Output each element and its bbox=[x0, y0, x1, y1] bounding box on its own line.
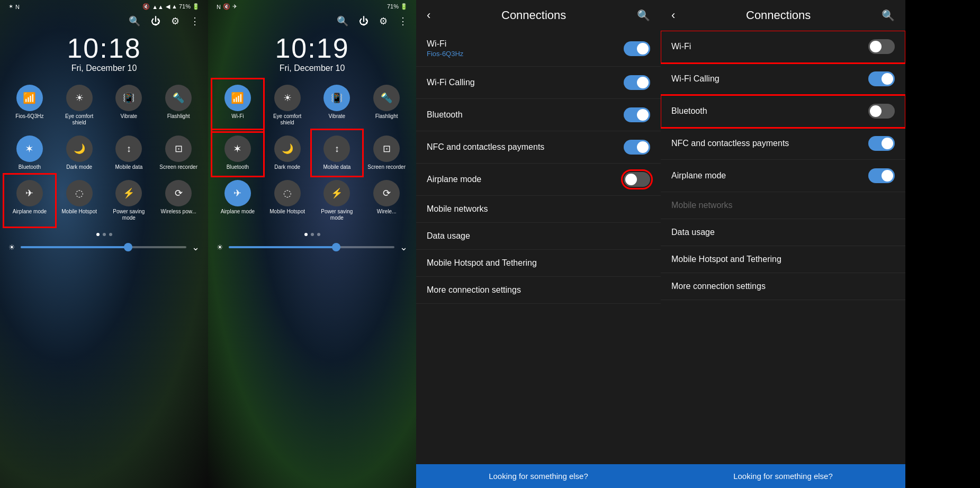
tile-bluetooth-2[interactable]: ✶ Bluetooth bbox=[213, 131, 262, 175]
bluetooth-icon-wrap-2: ✶ bbox=[224, 135, 251, 162]
bluetooth-toggle-3[interactable] bbox=[624, 107, 650, 122]
powersaving-icon-wrap: ⚡ bbox=[115, 180, 142, 206]
tile-wifi-2[interactable]: 📶 Wi-Fi bbox=[213, 80, 262, 130]
settings-item-mobilenetworks-4[interactable]: Mobile networks bbox=[661, 192, 905, 219]
airplane-toggle-3[interactable] bbox=[624, 172, 650, 187]
settings-icon-2[interactable]: ⚙ bbox=[379, 15, 388, 27]
wifi-icon-wrap: 📶 bbox=[16, 85, 43, 111]
tile-wirelesspow-2[interactable]: ⟳ Wirele... bbox=[362, 176, 411, 225]
wirelesspow-icon-wrap: ⟳ bbox=[165, 180, 192, 206]
settings-item-mobilenetworks-3[interactable]: Mobile networks bbox=[416, 196, 661, 223]
darkmode-icon-wrap: 🌙 bbox=[66, 135, 93, 162]
wirelesspow-label-2: Wirele... bbox=[377, 209, 397, 215]
bluetooth-toggle-thumb-3 bbox=[637, 109, 649, 121]
settings-item-wificalling-4[interactable]: Wi-Fi Calling bbox=[661, 63, 905, 95]
settings-item-moreconnections-4[interactable]: More connection settings bbox=[661, 273, 905, 300]
nfc-item-left: NFC and contactless payments bbox=[427, 142, 544, 152]
looking-for-bar-3[interactable]: Looking for something else? bbox=[416, 464, 661, 488]
wificalling-item-label: Wi-Fi Calling bbox=[427, 78, 475, 87]
settings-item-hotspot-4[interactable]: Mobile Hotspot and Tethering bbox=[661, 246, 905, 273]
settings-item-wificalling-3[interactable]: Wi-Fi Calling bbox=[416, 67, 661, 99]
tile-powersaving[interactable]: ⚡ Power saving mode bbox=[105, 176, 154, 225]
back-button-4[interactable]: ‹ bbox=[671, 8, 675, 22]
settings-title-4: Connections bbox=[746, 8, 811, 22]
settings-item-nfc-3[interactable]: NFC and contactless payments bbox=[416, 131, 661, 164]
bluetooth-toggle-4[interactable] bbox=[868, 104, 895, 119]
brightness-row-1: ☀ ⌄ bbox=[0, 238, 208, 256]
settings-item-wifi-3[interactable]: Wi-Fi Fios-6Q3Hz bbox=[416, 31, 661, 67]
brightness-track-2[interactable] bbox=[229, 246, 394, 248]
settings-item-datausage-4[interactable]: Data usage bbox=[661, 219, 905, 246]
wifi-item-left: Wi-Fi Fios-6Q3Hz bbox=[427, 39, 463, 58]
brightness-expand-icon[interactable]: ⌄ bbox=[192, 241, 200, 253]
power-icon[interactable]: ⏻ bbox=[151, 16, 160, 27]
mobiledata-icon-wrap: ↕ bbox=[115, 135, 142, 162]
settings-item-wifi-4[interactable]: Wi-Fi bbox=[661, 31, 905, 63]
darkmode-label: Dark mode bbox=[66, 164, 92, 170]
looking-for-bar-4[interactable]: Looking for something else? bbox=[661, 464, 905, 488]
wificalling-toggle-4[interactable] bbox=[868, 71, 895, 86]
search-button-3[interactable]: 🔍 bbox=[637, 9, 650, 22]
tile-darkmode[interactable]: 🌙 Dark mode bbox=[55, 131, 104, 175]
tile-mobiledata-2[interactable]: ↕ Mobile data bbox=[313, 131, 362, 175]
settings-item-nfc-4[interactable]: NFC and contactless payments bbox=[661, 128, 905, 160]
tile-vibrate-2[interactable]: 📳 Vibrate bbox=[313, 80, 362, 130]
settings-icon[interactable]: ⚙ bbox=[171, 15, 179, 27]
brightness-expand-icon-2[interactable]: ⌄ bbox=[400, 241, 408, 253]
nfc-toggle-4[interactable] bbox=[868, 136, 895, 151]
tile-eye-comfort-2[interactable]: ☀ Eye comfort shield bbox=[263, 80, 312, 130]
flashlight-icon-wrap: 🔦 bbox=[165, 85, 192, 111]
wifi-icon-2: 📶 bbox=[231, 92, 244, 104]
tile-airplane[interactable]: ✈ Airplane mode bbox=[5, 176, 54, 225]
tile-vibrate[interactable]: 📳 Vibrate bbox=[105, 80, 154, 130]
settings-item-airplane-4[interactable]: Airplane mode bbox=[661, 160, 905, 192]
search-icon[interactable]: 🔍 bbox=[129, 15, 140, 27]
brightness-track-1[interactable] bbox=[21, 246, 186, 248]
tile-flashlight-2[interactable]: 🔦 Flashlight bbox=[362, 80, 411, 130]
wifi-toggle-4[interactable] bbox=[868, 39, 895, 54]
eye-comfort-label-2: Eye comfort shield bbox=[268, 113, 307, 126]
search-icon-2[interactable]: 🔍 bbox=[337, 15, 348, 27]
dot-3 bbox=[109, 233, 112, 236]
settings-item-bluetooth-4[interactable]: Bluetooth bbox=[661, 95, 905, 128]
more-icon-2[interactable]: ⋮ bbox=[398, 15, 408, 27]
power-icon-2[interactable]: ⏻ bbox=[359, 16, 368, 27]
dots-row-2 bbox=[208, 231, 416, 238]
settings-item-airplane-3[interactable]: Airplane mode bbox=[416, 164, 661, 196]
mobiledata-label: Mobile data bbox=[115, 164, 143, 170]
search-button-4[interactable]: 🔍 bbox=[882, 9, 895, 22]
settings-item-bluetooth-3[interactable]: Bluetooth bbox=[416, 99, 661, 131]
tile-bluetooth[interactable]: ✶ Bluetooth bbox=[5, 131, 54, 175]
tile-darkmode-2[interactable]: 🌙 Dark mode bbox=[263, 131, 312, 175]
airplane-item-label: Airplane mode bbox=[427, 175, 481, 184]
nfc-toggle-3[interactable] bbox=[624, 140, 650, 155]
flashlight-label: Flashlight bbox=[167, 113, 190, 120]
tile-flashlight[interactable]: 🔦 Flashlight bbox=[154, 80, 203, 130]
flashlight-icon: 🔦 bbox=[173, 92, 184, 104]
tile-recorder[interactable]: ⊡ Screen recorder bbox=[154, 131, 203, 175]
settings-item-hotspot-3[interactable]: Mobile Hotspot and Tethering bbox=[416, 250, 661, 277]
datausage-item-label: Data usage bbox=[427, 231, 470, 241]
tile-mobiledata[interactable]: ↕ Mobile data bbox=[105, 131, 154, 175]
more-icon[interactable]: ⋮ bbox=[190, 15, 200, 27]
airplane-status-icon: ✈ bbox=[232, 3, 237, 10]
tile-recorder-2[interactable]: ⊡ Screen recorder bbox=[362, 131, 411, 175]
settings-item-moreconnections-3[interactable]: More connection settings bbox=[416, 277, 661, 304]
tile-eye-comfort[interactable]: ☀ Eye comfort shield bbox=[55, 80, 104, 130]
tile-wifi[interactable]: 📶 Fios-6Q3Hz bbox=[5, 80, 54, 130]
wifi-item-left-4: Wi-Fi bbox=[671, 42, 691, 51]
wifi-toggle-3[interactable] bbox=[624, 41, 650, 56]
brightness-fill-2 bbox=[229, 246, 336, 248]
settings-list-4: Wi-Fi Wi-Fi Calling Bluetooth bbox=[661, 31, 905, 464]
tile-wirelesspow[interactable]: ⟳ Wireless pow... bbox=[154, 176, 203, 225]
tile-hotspot[interactable]: ◌ Mobile Hotspot bbox=[55, 176, 104, 225]
tile-powersaving-2[interactable]: ⚡ Power saving mode bbox=[313, 176, 362, 225]
airplane-toggle-4[interactable] bbox=[868, 168, 895, 183]
tile-airplane-2[interactable]: ✈ Airplane mode bbox=[213, 176, 262, 225]
back-button-3[interactable]: ‹ bbox=[427, 8, 430, 22]
brightness-row-2: ☀ ⌄ bbox=[208, 238, 416, 256]
powersaving-label: Power saving mode bbox=[110, 209, 148, 221]
wificalling-toggle-3[interactable] bbox=[624, 75, 650, 90]
settings-item-datausage-3[interactable]: Data usage bbox=[416, 223, 661, 250]
tile-hotspot-2[interactable]: ◌ Mobile Hotspot bbox=[263, 176, 312, 225]
